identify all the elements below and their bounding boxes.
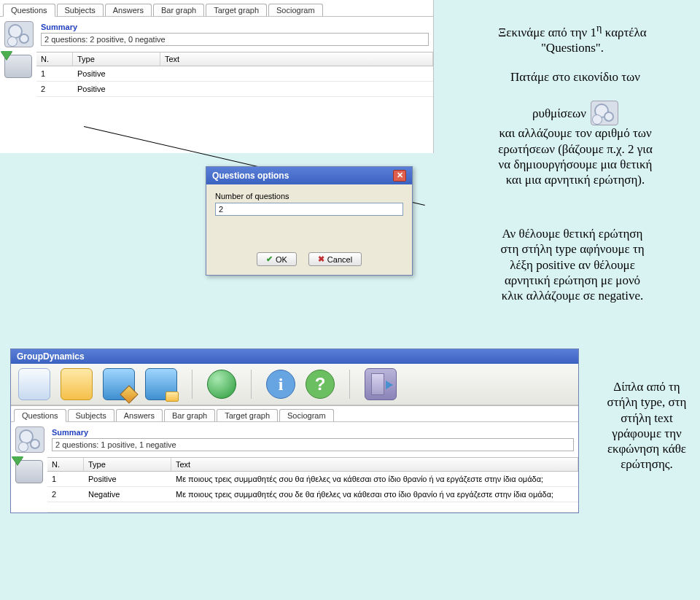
tab-bargraph[interactable]: Bar graph <box>153 4 204 16</box>
tab-bargraph[interactable]: Bar graph <box>164 409 215 421</box>
info-button[interactable]: i <box>266 370 295 399</box>
dialog-close-button[interactable]: ✕ <box>393 170 406 182</box>
settings-gauge-icon[interactable] <box>15 426 44 453</box>
tab-answers[interactable]: Answers <box>116 409 163 421</box>
cell-text[interactable] <box>160 82 433 96</box>
save-as-button[interactable] <box>145 368 177 400</box>
dialog-title-text: Questions options <box>212 171 289 181</box>
cell-type[interactable]: Positive <box>73 66 160 81</box>
tab-subjects[interactable]: Subjects <box>68 409 114 421</box>
check-icon: ✔ <box>266 254 273 264</box>
tab-subjects[interactable]: Subjects <box>57 4 104 16</box>
ok-label: OK <box>276 255 287 264</box>
import-disk-icon[interactable] <box>4 55 32 78</box>
num-questions-label: Number of questions <box>215 192 403 200</box>
grid-row[interactable]: 2 Positive <box>36 82 433 97</box>
tab-questions[interactable]: Questions <box>14 409 66 422</box>
settings-gauge-icon[interactable] <box>4 21 34 47</box>
open-file-button[interactable] <box>61 368 93 400</box>
cell-type[interactable]: Negative <box>84 487 171 502</box>
questions-options-dialog: Questions options ✕ Number of questions … <box>206 166 413 276</box>
web-button[interactable] <box>207 370 236 399</box>
tab-sociogram[interactable]: Sociogram <box>279 409 334 421</box>
grid-row[interactable]: 2 Negative Με ποιους τρεις συμμαθητές σο… <box>47 487 578 502</box>
tab-sociogram[interactable]: Sociogram <box>268 4 323 16</box>
cancel-button[interactable]: ✖ Cancel <box>308 252 362 266</box>
summary-text-field[interactable] <box>41 33 429 46</box>
tabs-top: Questions Subjects Answers Bar graph Tar… <box>0 0 433 16</box>
grid-row[interactable]: 1 Positive Με ποιους τρεις συμμαθητές σο… <box>47 472 578 487</box>
toolbar-separator <box>192 370 192 399</box>
ok-button[interactable]: ✔ OK <box>257 252 297 266</box>
cell-text[interactable]: Με ποιους τρεις συμμαθητές σου δε θα ήθε… <box>171 487 578 502</box>
grid-row[interactable]: 1 Positive <box>36 66 433 82</box>
exit-button[interactable] <box>365 368 397 400</box>
save-button[interactable] <box>103 368 135 400</box>
toolbar-separator <box>349 370 350 399</box>
cell-n[interactable]: 2 <box>36 82 73 96</box>
summary-row-bottom: Summary <box>11 421 578 457</box>
col-type[interactable]: Type <box>73 52 160 66</box>
annotation-2: Πατάμε στο εικονίδιο των ρυθμίσεων και α… <box>459 69 692 187</box>
tab-answers[interactable]: Answers <box>105 4 152 16</box>
annotation-3: Αν θέλουμε θετική ερώτηση στη στήλη type… <box>452 226 693 303</box>
questions-table-top: N. Type Text 1 Positive 2 Positive <box>0 52 433 97</box>
col-n[interactable]: N. <box>47 458 84 471</box>
grid-header: N. Type Text <box>36 52 433 66</box>
tab-targetgraph[interactable]: Target graph <box>206 4 267 16</box>
groupdynamics-window: GroupDynamics i ? Questions Subjects Ans… <box>10 348 579 513</box>
toolbar-separator <box>251 370 252 399</box>
tab-targetgraph[interactable]: Target graph <box>217 409 278 421</box>
cancel-label: Cancel <box>327 255 352 264</box>
questions-table-bottom: N. Type Text 1 Positive Με ποιους τρεις … <box>11 457 578 513</box>
cell-type[interactable]: Positive <box>73 82 160 96</box>
summary-title: Summary <box>52 428 574 437</box>
cell-text[interactable] <box>160 66 433 81</box>
col-n[interactable]: N. <box>36 52 73 66</box>
questions-window-top: Questions Subjects Answers Bar graph Tar… <box>0 0 434 153</box>
help-button[interactable]: ? <box>306 370 335 399</box>
summary-text-field[interactable] <box>52 438 574 451</box>
cell-n[interactable]: 1 <box>47 472 84 486</box>
annotation-4: Δίπλα από τη στήλη type, στη στήλη text … <box>592 379 700 472</box>
summary-title: Summary <box>41 23 429 31</box>
col-text[interactable]: Text <box>171 458 578 471</box>
window-titlebar[interactable]: GroupDynamics <box>11 349 578 364</box>
tab-questions[interactable]: Questions <box>3 4 55 17</box>
settings-gauge-icon <box>591 101 618 125</box>
x-icon: ✖ <box>318 254 324 264</box>
col-text[interactable]: Text <box>160 52 433 66</box>
grid-header: N. Type Text <box>47 457 578 472</box>
import-disk-icon[interactable] <box>15 460 43 483</box>
cell-type[interactable]: Positive <box>84 472 171 486</box>
cell-n[interactable]: 1 <box>36 66 73 81</box>
cell-n[interactable]: 2 <box>47 487 84 502</box>
summary-row: Summary <box>0 16 433 52</box>
dialog-titlebar[interactable]: Questions options ✕ <box>206 167 412 184</box>
new-file-button[interactable] <box>18 368 50 400</box>
tabs-bottom: Questions Subjects Answers Bar graph Tar… <box>11 405 578 421</box>
num-questions-input[interactable] <box>215 203 403 216</box>
grid-row-empty <box>47 502 578 513</box>
col-type[interactable]: Type <box>84 458 171 471</box>
cell-text[interactable]: Με ποιους τρεις συμμαθητές σου θα ήθελες… <box>171 472 578 486</box>
main-toolbar: i ? <box>11 364 578 405</box>
annotation-1: Ξεκινάμε από την 1η καρτέλα "Questions". <box>456 22 689 55</box>
